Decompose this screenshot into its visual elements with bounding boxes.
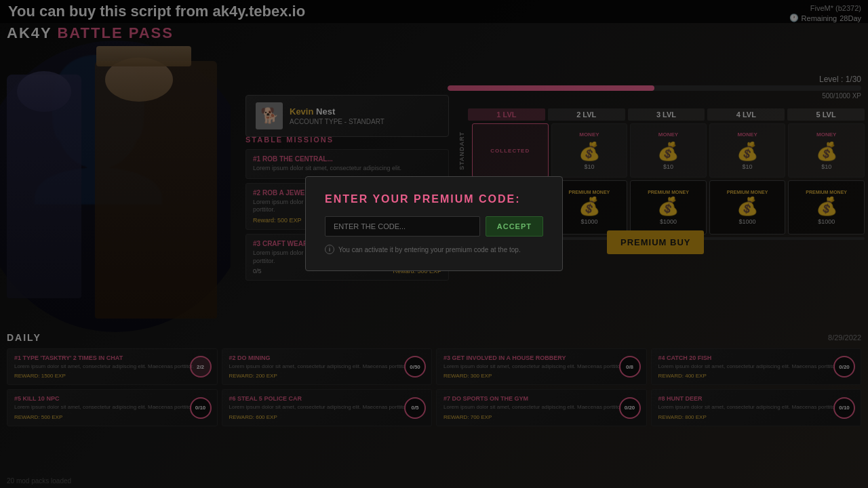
info-icon: i [325, 245, 334, 254]
modal-input-row: ACCEPT [325, 216, 543, 237]
modal-overlay: ENTER YOUR PREMIUM CODE: ACCEPT i You ca… [0, 0, 868, 488]
premium-code-modal: ENTER YOUR PREMIUM CODE: ACCEPT i You ca… [305, 176, 563, 271]
accept-button[interactable]: ACCEPT [486, 216, 543, 237]
premium-code-input[interactable] [325, 216, 480, 237]
modal-title: ENTER YOUR PREMIUM CODE: [325, 193, 543, 205]
modal-hint: i You can activate it by entering your p… [325, 245, 543, 254]
